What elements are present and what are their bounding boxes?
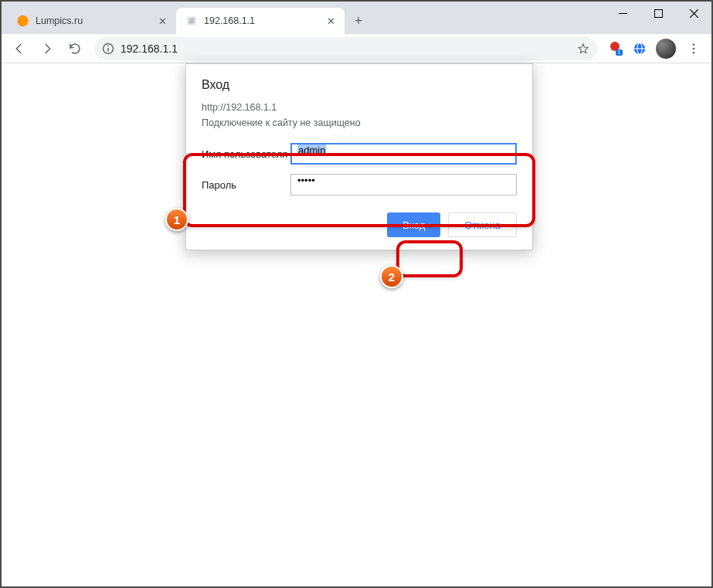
svg-rect-5 <box>654 9 662 17</box>
reload-button[interactable] <box>62 37 88 60</box>
svg-point-20 <box>693 51 695 53</box>
browser-toolbar: 192.168.1.1 1 <box>2 34 711 63</box>
password-row: Пароль ••••• <box>202 174 517 195</box>
svg-rect-3 <box>189 19 195 24</box>
address-bar[interactable]: 192.168.1.1 <box>94 37 597 60</box>
svg-point-18 <box>693 43 695 46</box>
tab-strip: Lumpics.ru ✕ 192.168.1.1 ✕ + <box>2 2 605 34</box>
window-minimize-button[interactable] <box>605 2 640 25</box>
window-controls <box>605 2 711 34</box>
window-close-button[interactable] <box>676 2 711 25</box>
back-button[interactable] <box>6 37 32 60</box>
password-label: Пароль <box>202 179 290 191</box>
url-text: 192.168.1.1 <box>121 42 571 55</box>
profile-avatar[interactable] <box>656 39 676 59</box>
username-value: admin <box>297 144 326 156</box>
extension-globe-icon[interactable] <box>628 37 651 60</box>
svg-marker-11 <box>579 44 588 53</box>
svg-text:1: 1 <box>618 49 621 55</box>
dialog-warning: Подключение к сайту не защищено <box>202 115 517 131</box>
page-content: Вход http://192.168.1.1 Подключение к са… <box>2 63 711 586</box>
login-button[interactable]: Вход <box>387 212 440 237</box>
new-tab-button[interactable]: + <box>348 10 369 32</box>
tab-close-icon[interactable]: ✕ <box>156 15 168 27</box>
annotation-badge-1: 1 <box>165 208 188 231</box>
tab-close-icon[interactable]: ✕ <box>324 15 337 27</box>
menu-button[interactable] <box>681 37 707 60</box>
extension-icon[interactable]: 1 <box>603 37 626 60</box>
dialog-subtitle: http://192.168.1.1 Подключение к сайту н… <box>202 100 517 131</box>
dialog-title: Вход <box>202 78 517 92</box>
browser-titlebar: Lumpics.ru ✕ 192.168.1.1 ✕ + <box>2 2 711 34</box>
cancel-button[interactable]: Отмена <box>448 212 517 237</box>
dialog-button-row: Вход Отмена <box>202 212 517 237</box>
window-maximize-button[interactable] <box>640 2 676 25</box>
password-input[interactable]: ••••• <box>290 174 517 195</box>
site-info-icon[interactable] <box>102 42 114 55</box>
username-row: Имя пользователя admin <box>202 143 517 165</box>
favicon-default <box>185 15 198 27</box>
tab-router[interactable]: 192.168.1.1 ✕ <box>176 8 345 34</box>
tab-title: Lumpics.ru <box>36 15 151 26</box>
tab-title: 192.168.1.1 <box>204 15 320 26</box>
bookmark-star-icon[interactable] <box>577 42 589 55</box>
http-auth-dialog: Вход http://192.168.1.1 Подключение к са… <box>185 63 533 250</box>
username-label: Имя пользователя <box>202 148 290 160</box>
username-input[interactable]: admin <box>290 143 517 165</box>
annotation-badge-2: 2 <box>380 265 403 288</box>
forward-button[interactable] <box>34 37 60 60</box>
tab-lumpics[interactable]: Lumpics.ru ✕ <box>8 8 176 34</box>
password-value: ••••• <box>297 175 315 186</box>
svg-point-10 <box>107 45 109 46</box>
favicon-lumpics <box>17 15 29 27</box>
dialog-origin: http://192.168.1.1 <box>202 100 517 115</box>
svg-point-19 <box>693 47 695 49</box>
